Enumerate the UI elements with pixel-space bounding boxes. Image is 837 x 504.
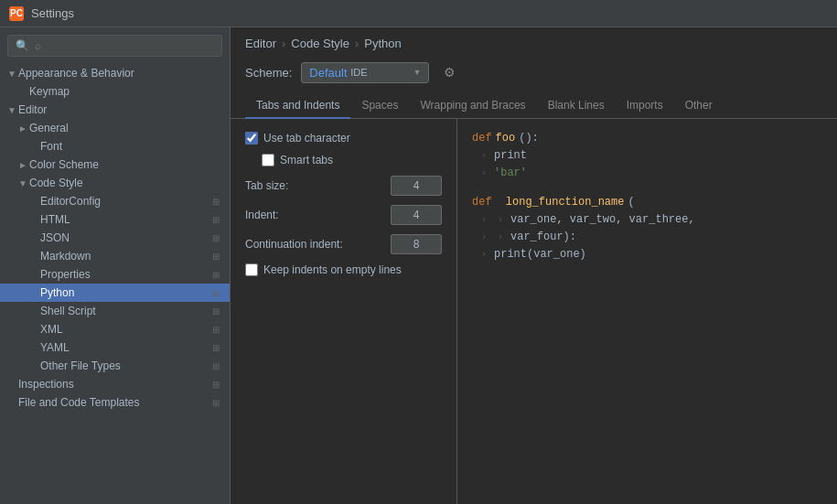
code-arrow-2: › <box>481 166 490 181</box>
sidebar-item-font[interactable]: Font <box>0 137 230 155</box>
sidebar-item-colorscheme[interactable]: Color Scheme <box>0 155 230 174</box>
code-line-7: › print(var_one) <box>481 246 822 263</box>
code-arrow-1: › <box>481 149 490 164</box>
sidebar-label-html: HTML <box>40 213 206 226</box>
code-line-1: def foo(): <box>472 130 822 147</box>
app-icon: PC <box>9 6 24 21</box>
sidebar-icon-otherfiletypes: ⊞ <box>209 359 222 372</box>
code-print1: print <box>494 147 527 165</box>
sidebar-item-properties[interactable]: Properties⊞ <box>0 265 230 284</box>
sidebar-icon-xml: ⊞ <box>209 323 222 336</box>
code-line-5: › › var_one, var_two, var_three, <box>481 211 822 229</box>
indent-label: Indent: <box>245 209 383 221</box>
sidebar-item-inspections[interactable]: Inspections⊞ <box>0 375 230 393</box>
use-tab-character-row: Use tab character <box>245 132 442 145</box>
sidebar-label-editorconfig: EditorConfig <box>40 195 206 208</box>
breadcrumb: Editor › Code Style › Python <box>231 27 837 58</box>
code-gap-1 <box>472 183 822 194</box>
scheme-label: Scheme: <box>245 66 292 80</box>
sidebar-item-general[interactable]: General <box>0 119 230 137</box>
code-arrow-3: › <box>481 213 490 228</box>
sidebar-item-python[interactable]: Python⊞ <box>0 284 230 302</box>
code-str-bar: 'bar' <box>494 165 527 182</box>
sidebar-item-appearance[interactable]: Appearance & Behavior <box>0 64 230 82</box>
title-bar: PC Settings <box>0 0 837 27</box>
sidebar-label-editor: Editor <box>18 103 222 116</box>
smart-tabs-label: Smart tabs <box>280 154 333 166</box>
smart-tabs-row: Smart tabs <box>262 154 442 166</box>
code-line-3: › 'bar' <box>481 165 822 182</box>
sidebar-item-editorconfig[interactable]: EditorConfig⊞ <box>0 192 230 210</box>
sidebar-item-otherfiletypes[interactable]: Other File Types⊞ <box>0 357 230 375</box>
sidebar-item-markdown[interactable]: Markdown⊞ <box>0 247 230 265</box>
code-vars1: var_one, var_two, var_three, <box>510 211 695 229</box>
sidebar-label-python: Python <box>40 286 206 299</box>
scheme-gear-button[interactable]: ⚙ <box>438 61 460 83</box>
code-arrow-4: › <box>498 213 507 228</box>
sidebar-item-shellscript[interactable]: Shell Script⊞ <box>0 302 230 320</box>
sidebar-item-keymap[interactable]: Keymap <box>0 82 230 101</box>
breadcrumb-editor: Editor <box>245 37 276 50</box>
breadcrumb-sep1: › <box>282 37 285 50</box>
code-line-4: def long_function_name( <box>472 194 822 211</box>
sidebar-label-xml: XML <box>40 323 206 336</box>
code-line-6: › › var_four): <box>481 229 822 246</box>
sidebar-label-otherfiletypes: Other File Types <box>40 359 206 372</box>
title-bar-text: Settings <box>31 6 74 20</box>
continuation-indent-label: Continuation indent: <box>245 238 383 251</box>
code-keyword-def2: def <box>472 194 492 211</box>
sidebar-item-fileandcodetemplates[interactable]: File and Code Templates⊞ <box>0 393 230 412</box>
content-area: Editor › Code Style › Python Scheme: Def… <box>231 27 837 504</box>
code-print2: print(var_one) <box>494 246 586 263</box>
sidebar-arrow-editor <box>5 105 18 115</box>
code-arrow-6: › <box>498 231 507 245</box>
use-tab-character-checkbox[interactable] <box>245 132 258 145</box>
code-line-2: › print <box>481 147 822 165</box>
sidebar-label-fileandcodetemplates: File and Code Templates <box>18 396 206 409</box>
sidebar-item-editor[interactable]: Editor <box>0 101 230 119</box>
code-preview: def foo(): › print › 'bar' def long_func… <box>457 119 837 504</box>
sidebar-label-general: General <box>29 122 222 134</box>
sidebar-item-yaml[interactable]: YAML⊞ <box>0 338 230 357</box>
search-input[interactable] <box>35 39 214 52</box>
code-arrow-7: › <box>481 248 490 263</box>
keep-indents-label: Keep indents on empty lines <box>263 263 402 276</box>
sidebar-item-xml[interactable]: XML⊞ <box>0 320 230 338</box>
scheme-dropdown[interactable]: Default IDE <box>301 62 429 83</box>
sidebar-icon-inspections: ⊞ <box>209 378 222 391</box>
tab-wrapping[interactable]: Wrapping and Braces <box>409 92 536 119</box>
tab-size-row: Tab size: <box>245 176 442 196</box>
sidebar-icon-python: ⊞ <box>209 286 222 299</box>
indent-input[interactable] <box>391 205 442 225</box>
tab-tabs-indents[interactable]: Tabs and Indents <box>245 92 350 119</box>
sidebar-item-json[interactable]: JSON⊞ <box>0 229 230 247</box>
keep-indents-checkbox[interactable] <box>245 263 258 276</box>
sidebar-label-shellscript: Shell Script <box>40 305 206 317</box>
sidebar-icon-shellscript: ⊞ <box>209 305 222 317</box>
breadcrumb-codestyle: Code Style <box>291 37 349 50</box>
sidebar-icon-editorconfig: ⊞ <box>209 195 222 208</box>
tab-spaces[interactable]: Spaces <box>350 92 409 119</box>
sidebar-label-appearance: Appearance & Behavior <box>18 67 222 80</box>
code-funcname-foo: foo <box>496 130 516 147</box>
sidebar-label-markdown: Markdown <box>40 250 206 263</box>
sidebar-icon-json: ⊞ <box>209 231 222 244</box>
sidebar-icon-properties: ⊞ <box>209 268 222 281</box>
sidebar-arrow-appearance <box>5 69 18 79</box>
search-box[interactable]: 🔍 <box>7 35 222 57</box>
sidebar-icon-fileandcodetemplates: ⊞ <box>209 396 222 409</box>
settings-panel: Use tab character Smart tabs Tab size: I… <box>231 119 457 504</box>
sidebar-arrow-codestyle <box>16 178 29 188</box>
tab-imports[interactable]: Imports <box>616 92 674 119</box>
continuation-indent-input[interactable] <box>391 234 442 254</box>
sidebar-item-html[interactable]: HTML⊞ <box>0 210 230 229</box>
sidebar-item-codestyle[interactable]: Code Style <box>0 174 230 192</box>
breadcrumb-python: Python <box>364 37 401 50</box>
tab-size-label: Tab size: <box>245 179 383 192</box>
smart-tabs-checkbox[interactable] <box>262 154 274 166</box>
tab-other[interactable]: Other <box>674 92 724 119</box>
tabs-row: Tabs and IndentsSpacesWrapping and Brace… <box>231 92 837 119</box>
sidebar-label-codestyle: Code Style <box>29 177 222 189</box>
tab-size-input[interactable] <box>391 176 442 196</box>
tab-blanklines[interactable]: Blank Lines <box>537 92 616 119</box>
